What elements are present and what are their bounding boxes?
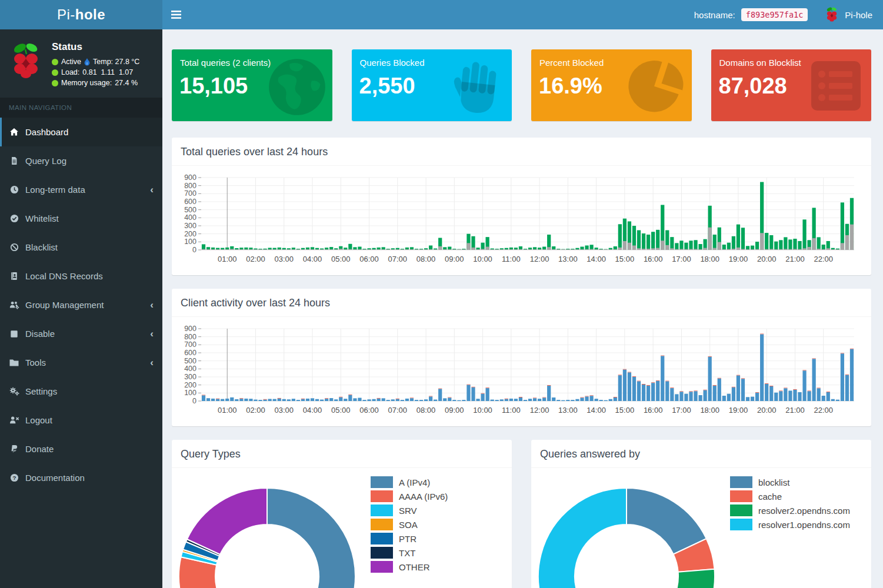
sidebar-item-dashboard[interactable]: Dashboard [0,118,162,146]
svg-text:11:00: 11:00 [502,255,521,263]
sidebar-item-blacklist[interactable]: Blacklist [0,233,162,262]
sidebar-item-logout[interactable]: Logout [0,406,162,435]
legend-item-ptr[interactable]: PTR [371,532,448,546]
client-activity-box: Client activity over last 24 hours 01002… [172,289,871,426]
user-times-icon [9,416,19,425]
svg-text:500: 500 [184,206,196,214]
legend-item-blocklist[interactable]: blocklist [730,475,850,489]
svg-text:11:00: 11:00 [502,406,521,415]
svg-text:16:00: 16:00 [644,255,663,263]
legend-item-soa[interactable]: SOA [371,517,448,532]
svg-text:16:00: 16:00 [644,406,663,415]
legend-item-txt[interactable]: TXT [371,546,448,560]
sidebar-item-group-management[interactable]: Group Management‹ [0,290,162,319]
client-activity-title: Client activity over last 24 hours [172,289,871,317]
home-icon [9,128,19,137]
legend-item-a-ipv4-[interactable]: A (IPv4) [371,475,448,489]
svg-text:02:00: 02:00 [246,255,265,263]
stat-card-value: 16.9% [539,74,692,99]
chevron-left-icon: ‹ [150,360,154,366]
svg-text:12:00: 12:00 [530,255,549,263]
sidebar-item-query-log[interactable]: Query Log [0,146,162,175]
query-types-legend: A (IPv4)AAAA (IPv6)SRVSOAPTRTXTOTHER [371,475,448,574]
stat-card-value: 87,028 [719,74,872,99]
legend-item-srv[interactable]: SRV [371,503,448,517]
legend-swatch [730,505,752,516]
svg-text:01:00: 01:00 [218,255,237,263]
stat-card-value: 2,550 [359,74,512,99]
legend-swatch [371,519,393,530]
status-row-label: Active [61,58,81,66]
query-types-title: Query Types [172,440,512,468]
sidebar-item-tools[interactable]: Tools‹ [0,348,162,377]
svg-text:600: 600 [184,198,196,206]
sidebar-item-whitelist[interactable]: Whitelist [0,204,162,233]
stat-card-percent-blocked: Percent Blocked16.9% [531,49,692,121]
hostname-label: hostname: [694,10,735,20]
svg-text:14:00: 14:00 [587,255,606,263]
svg-text:900: 900 [184,173,196,182]
legend-item-aaaa-ipv6-[interactable]: AAAA (IPv6) [371,489,448,503]
svg-text:21:00: 21:00 [785,406,805,415]
stat-card-label: Total queries (2 clients) [180,58,332,68]
gears-icon [9,387,19,396]
svg-text:10:00: 10:00 [473,406,492,415]
navbar-brand-label: Pi-hole [845,10,872,20]
svg-text:01:00: 01:00 [218,406,237,415]
svg-text:13:00: 13:00 [558,255,578,263]
legend-label: PTR [399,534,416,544]
svg-text:100: 100 [184,238,196,246]
sidebar-item-disable[interactable]: Disable‹ [0,319,162,348]
svg-text:13:00: 13:00 [558,406,578,415]
sidebar-item-label: Donate [25,444,54,454]
sidebar-item-label: Settings [25,386,57,396]
stat-card-total-queries-2-clients-: Total queries (2 clients)15,105 [172,49,332,121]
legend-label: TXT [399,548,415,558]
sidebar-item-label: Local DNS Records [25,271,103,281]
svg-text:700: 700 [184,189,196,198]
status-ok-dot [52,59,58,65]
svg-text:05:00: 05:00 [331,406,351,415]
address-book-icon [9,272,19,281]
total-queries-box: Total queries over last 24 hours 0100200… [172,138,871,275]
legend-swatch [371,476,393,488]
svg-text:06:00: 06:00 [359,406,379,415]
sidebar-item-settings[interactable]: Settings [0,377,162,406]
clock-icon [9,185,19,195]
legend-item-resolver2-opendns-com[interactable]: resolver2.opendns.com [730,503,850,517]
status-panel: Status ActiveTemp: 27.8 °CLoad:0.81 1.11… [0,29,162,98]
sidebar-item-long-term-data[interactable]: Long-term data‹ [0,175,162,204]
sidebar-item-label: Documentation [25,473,85,483]
svg-text:10:00: 10:00 [473,255,492,263]
svg-text:21:00: 21:00 [785,255,805,263]
sidebar-item-label: Tools [25,358,46,368]
sidebar-item-local-dns-records[interactable]: Local DNS Records [0,262,162,290]
svg-text:09:00: 09:00 [445,406,464,415]
legend-item-resolver1-opendns-com[interactable]: resolver1.opendns.com [730,517,850,532]
sidebar-toggle-button[interactable] [162,0,189,29]
svg-text:07:00: 07:00 [388,406,408,415]
svg-text:300: 300 [184,373,196,381]
legend-item-other[interactable]: OTHER [371,560,448,574]
svg-text:08:00: 08:00 [416,255,436,263]
sidebar-item-donate[interactable]: Donate [0,435,162,463]
stat-card-value: 15,105 [179,74,332,99]
svg-text:09:00: 09:00 [445,255,464,263]
legend-label: resolver2.opendns.com [758,506,850,516]
status-row: Memory usage:27.4 % [52,79,139,87]
total-queries-title: Total queries over last 24 hours [172,138,871,166]
legend-label: AAAA (IPv6) [399,492,448,502]
status-row-value: 0.81 1.11 1.07 [82,68,133,76]
svg-text:0: 0 [192,397,196,405]
donut-slice-resolver1-opendns-com [538,488,627,588]
legend-item-cache[interactable]: cache [730,489,850,503]
svg-text:08:00: 08:00 [416,406,436,415]
brand-logo[interactable]: Pi-hole [0,0,162,29]
donut-slice-resolver2-opendns-com [584,569,715,588]
sidebar-item-documentation[interactable]: ?Documentation [0,463,162,492]
svg-text:06:00: 06:00 [359,255,379,263]
navbar-brand[interactable]: Pi-hole [824,6,872,24]
legend-label: resolver1.opendns.com [758,520,850,530]
sidebar: Status ActiveTemp: 27.8 °CLoad:0.81 1.11… [0,29,162,588]
chevron-left-icon: ‹ [150,331,154,337]
